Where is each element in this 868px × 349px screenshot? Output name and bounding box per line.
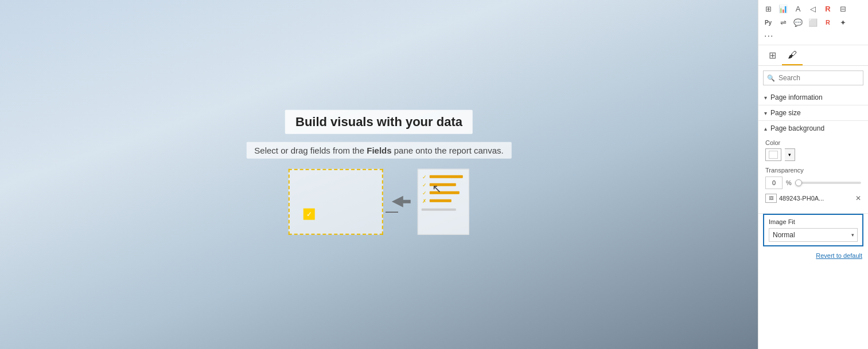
page-information-section: ▾ Page information bbox=[758, 90, 868, 105]
transparency-slider[interactable] bbox=[795, 182, 861, 184]
canvas-title: Build visuals with your data bbox=[295, 114, 462, 128]
page-background-content: Color ▾ Transparency % bbox=[758, 136, 868, 213]
transparency-label: Transparency bbox=[765, 167, 861, 174]
page-background-chevron: ▴ bbox=[764, 126, 767, 132]
image-fit-select-wrapper: Normal Fit Fill Tile ▾ bbox=[769, 228, 858, 242]
toolbar-icon-box[interactable]: ⬜ bbox=[807, 16, 819, 29]
svg-marker-0 bbox=[392, 196, 411, 207]
right-panel: ⊞ 📊 A ◁ R ⊟ Py ⇌ 💬 ⬜ R ✦ ··· ⊞ 🖌 🔍 bbox=[758, 0, 868, 349]
illus-checkbox: ✓ bbox=[303, 208, 315, 219]
toolbar-icon-text[interactable]: A bbox=[792, 2, 804, 15]
transparency-row: % bbox=[765, 177, 861, 189]
color-label: Color bbox=[765, 139, 861, 146]
cursor-pointer: ↖ bbox=[432, 182, 442, 195]
toolbar-row-2: Py ⇌ 💬 ⬜ R ✦ bbox=[762, 16, 865, 29]
panel-tabs: ⊞ 🖌 bbox=[758, 45, 868, 66]
revert-to-default-link[interactable]: Revert to default bbox=[758, 250, 868, 261]
color-swatch-inner bbox=[769, 151, 778, 159]
toolbar-icon-star[interactable]: ✦ bbox=[836, 16, 849, 29]
illus-right-panel: ✓ ✓ ✓ ✗ bbox=[418, 168, 469, 234]
page-information-chevron: ▾ bbox=[764, 95, 767, 101]
row-bar-1 bbox=[430, 175, 463, 178]
toolbar-icon-switch[interactable]: ⇌ bbox=[777, 16, 789, 29]
panel-toolbar: ⊞ 📊 A ◁ R ⊟ Py ⇌ 💬 ⬜ R ✦ ··· bbox=[758, 0, 868, 45]
page-size-label: Page size bbox=[770, 109, 801, 117]
tab-format-icon: 🖌 bbox=[788, 50, 797, 60]
toolbar-icon-r[interactable]: R bbox=[822, 2, 834, 15]
canvas-title-box: Build visuals with your data bbox=[285, 109, 473, 134]
illus-bottom-bar bbox=[422, 208, 465, 210]
search-icon: 🔍 bbox=[767, 74, 775, 82]
toolbar-icon-table2[interactable]: ⊟ bbox=[836, 2, 849, 15]
drag-arrow-icon bbox=[389, 193, 412, 210]
toolbar-row-1: ⊞ 📊 A ◁ R ⊟ bbox=[762, 2, 865, 15]
toolbar-icon-py[interactable]: Py bbox=[762, 16, 774, 29]
illus-row-4: ✗ bbox=[422, 198, 465, 203]
toolbar-icon-r2[interactable]: R bbox=[822, 16, 834, 29]
subtitle-bold: Fields bbox=[367, 145, 391, 155]
toolbar-more-dots[interactable]: ··· bbox=[762, 30, 776, 42]
image-file-close-button[interactable]: ✕ bbox=[855, 194, 861, 202]
illus-left-panel: ✓ — bbox=[289, 168, 383, 234]
image-fit-box: Image Fit Normal Fit Fill Tile ▾ bbox=[763, 214, 863, 246]
search-input[interactable] bbox=[763, 70, 863, 85]
page-background-section: ▴ Page background Color ▾ Transparency % bbox=[758, 121, 868, 214]
toolbar-row-3: ··· bbox=[762, 30, 865, 42]
page-size-section: ▾ Page size bbox=[758, 105, 868, 121]
subtitle-suffix: pane onto the report canvas. bbox=[392, 145, 504, 155]
slider-thumb bbox=[795, 179, 802, 186]
transparency-input[interactable] bbox=[765, 177, 783, 189]
canvas-content: Build visuals with your data Select or d… bbox=[246, 109, 511, 234]
toolbar-icon-speech[interactable]: 💬 bbox=[792, 16, 804, 29]
panel-search: 🔍 bbox=[763, 70, 863, 85]
page-size-header[interactable]: ▾ Page size bbox=[758, 105, 868, 120]
tab-grid-icon: ⊞ bbox=[769, 50, 776, 60]
row-bar-4 bbox=[430, 199, 451, 202]
image-file-name: 489243-PH0A... bbox=[779, 195, 853, 202]
illus-row-3: ✓ bbox=[422, 190, 465, 195]
toolbar-icon-arrow[interactable]: ◁ bbox=[807, 2, 819, 15]
tab-format[interactable]: 🖌 bbox=[782, 45, 803, 65]
page-background-header[interactable]: ▴ Page background bbox=[758, 121, 868, 136]
page-information-label: Page information bbox=[770, 93, 823, 101]
tab-grid[interactable]: ⊞ bbox=[763, 45, 782, 65]
illustration: ✓ — ✓ ✓ ✓ bbox=[289, 168, 469, 234]
toolbar-icon-grid[interactable]: ⊞ bbox=[762, 2, 774, 15]
toolbar-icon-chart[interactable]: 📊 bbox=[777, 2, 789, 15]
page-information-header[interactable]: ▾ Page information bbox=[758, 90, 868, 105]
row-check-1: ✓ bbox=[422, 174, 427, 179]
image-file-row: 🖼 489243-PH0A... ✕ bbox=[765, 194, 861, 203]
illus-row-2: ✓ bbox=[422, 182, 465, 187]
page-size-chevron: ▾ bbox=[764, 110, 767, 116]
subtitle-prefix: Select or drag fields from the bbox=[254, 145, 367, 155]
canvas-subtitle: Select or drag fields from the Fields pa… bbox=[246, 142, 511, 158]
row-check-3: ✓ bbox=[422, 190, 427, 195]
page-background-label: Page background bbox=[770, 124, 824, 132]
image-fit-select[interactable]: Normal Fit Fill Tile bbox=[769, 228, 858, 242]
panel-body: 🔍 ▾ Page information ▾ Page size ▴ Page … bbox=[758, 66, 868, 349]
color-swatch[interactable] bbox=[765, 148, 781, 161]
illus-row-1: ✓ bbox=[422, 174, 465, 179]
color-row: ▾ bbox=[765, 148, 861, 161]
image-file-icon: 🖼 bbox=[765, 194, 777, 203]
row-check-2: ✓ bbox=[422, 182, 427, 187]
row-check-4: ✗ bbox=[422, 198, 427, 203]
illus-long-bar bbox=[422, 208, 456, 210]
percent-label: % bbox=[786, 179, 792, 186]
image-fit-label: Image Fit bbox=[769, 218, 858, 225]
main-canvas: Build visuals with your data Select or d… bbox=[0, 0, 758, 349]
color-dropdown-button[interactable]: ▾ bbox=[785, 148, 795, 161]
